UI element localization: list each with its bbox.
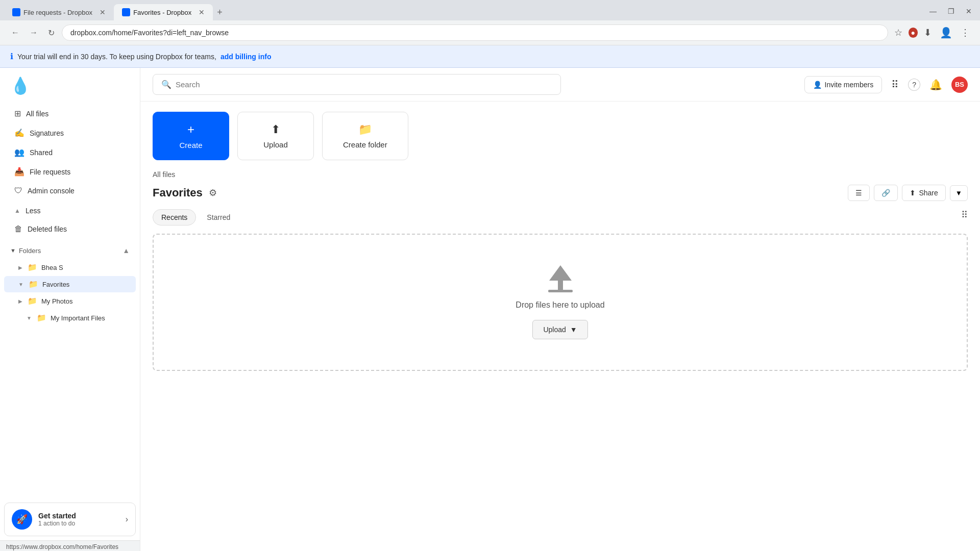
tab-starred[interactable]: Starred: [198, 209, 239, 226]
browser-chrome: File requests - Dropbox ✕ Favorites - Dr…: [0, 0, 980, 45]
admin-console-label: Admin console: [28, 187, 75, 195]
invite-label: Invite members: [825, 81, 874, 89]
sidebar-item-signatures[interactable]: ✍ Signatures: [4, 123, 136, 142]
nav-actions: ☆ ● ⬇ 👤 ⋮: [892, 24, 972, 41]
invite-members-button[interactable]: 👤 Invite members: [804, 76, 883, 93]
page-header: Favorites ⚙ ☰ 🔗 ⬆ Share ▼: [153, 185, 968, 201]
upload-btn-label: Upload: [543, 325, 566, 334]
sidebar-item-all-files[interactable]: ⊞ All files: [4, 104, 136, 123]
create-card[interactable]: + Create: [153, 112, 229, 160]
sidebar-folder-bhea-s[interactable]: ▶ 📁 Bhea S: [4, 259, 136, 276]
tab-file-requests[interactable]: File requests - Dropbox ✕: [4, 4, 114, 20]
action-cards: + Create ⬆ Upload 📁 Create folder: [153, 112, 968, 160]
header-actions: ☰ 🔗 ⬆ Share ▼: [848, 185, 968, 201]
sidebar-folder-favorites[interactable]: ▼ 📁 Favorites: [4, 276, 136, 292]
status-bar: https://www.dropbox.com/home/Favorites: [0, 540, 140, 551]
link-button[interactable]: 🔗: [874, 185, 898, 201]
file-requests-icon: 📥: [14, 167, 24, 177]
tab-close-2[interactable]: ✕: [199, 8, 205, 16]
sidebar-item-file-requests[interactable]: 📥 File requests: [4, 162, 136, 181]
my-important-chevron-icon: ▼: [27, 315, 32, 321]
starred-tab-label: Starred: [207, 213, 230, 221]
sidebar-logo: 💧: [0, 68, 140, 104]
recents-tab-label: Recents: [161, 213, 187, 221]
all-files-label: All files: [26, 110, 48, 118]
list-view-icon: ☰: [855, 189, 862, 197]
folders-chevron-icon: ▼: [10, 247, 16, 254]
my-important-folder-icon: 📁: [37, 313, 46, 322]
menu-icon[interactable]: ⋮: [959, 25, 972, 40]
invite-icon: 👤: [813, 81, 822, 89]
get-started-text: Get started 1 action to do: [38, 512, 119, 527]
content-tabs: Recents Starred ⠿: [153, 209, 968, 226]
top-bar: 🔍 👤 Invite members ⠿ ? 🔔 BS: [140, 68, 980, 102]
get-started-widget[interactable]: 🚀 Get started 1 action to do ›: [4, 503, 136, 536]
search-input[interactable]: [176, 80, 552, 89]
tab-label-1: File requests - Dropbox: [23, 9, 92, 16]
content-area: + Create ⬆ Upload 📁 Create folder All fi…: [140, 102, 980, 551]
sidebar: 💧 ⊞ All files ✍ Signatures 👥 Shared 📥 Fi…: [0, 68, 140, 551]
share-dropdown-button[interactable]: ▼: [950, 185, 968, 201]
trial-message: Your trial will end in 30 days. To keep …: [17, 53, 216, 61]
folders-section: ▼ Folders ▲ ▶ 📁 Bhea S ▼ 📁 Favorites ▶ 📁: [0, 242, 140, 326]
share-button[interactable]: ⬆ Share: [902, 185, 945, 201]
drop-zone-upload-button[interactable]: Upload ▼: [532, 320, 587, 339]
tab-favorites[interactable]: Favorites - Dropbox ✕: [114, 4, 213, 20]
tab-favicon-2: [122, 8, 130, 16]
grid-apps-icon[interactable]: ⠿: [888, 76, 902, 94]
info-icon: ℹ: [10, 52, 13, 61]
folder-settings-icon[interactable]: ⚙: [209, 187, 217, 198]
forward-button[interactable]: →: [27, 26, 41, 39]
list-view-button[interactable]: ☰: [848, 185, 870, 201]
minimize-button[interactable]: —: [925, 6, 941, 16]
my-photos-label: My Photos: [41, 297, 72, 305]
new-tab-button[interactable]: +: [213, 5, 227, 20]
upload-label: Upload: [263, 140, 288, 149]
tab-label-2: Favorites - Dropbox: [133, 9, 191, 16]
sidebar-item-shared[interactable]: 👥 Shared: [4, 143, 136, 162]
search-bar-container: 🔍: [153, 74, 561, 95]
tab-close-1[interactable]: ✕: [100, 8, 106, 16]
share-icon: ⬆: [910, 189, 916, 197]
reload-button[interactable]: ↻: [45, 26, 58, 40]
sidebar-folder-my-important-files[interactable]: ▼ 📁 My Important Files: [4, 310, 136, 326]
url-bar[interactable]: [62, 24, 888, 41]
breadcrumb-all-files[interactable]: All files: [153, 170, 175, 179]
create-plus-icon: +: [187, 122, 194, 137]
bookmark-icon[interactable]: ☆: [892, 25, 904, 40]
drop-zone-text: Drop files here to upload: [516, 300, 604, 310]
main-content: 🔍 👤 Invite members ⠿ ? 🔔 BS: [140, 68, 980, 551]
extensions-icon[interactable]: ●: [909, 28, 918, 38]
tab-favicon-1: [12, 8, 20, 16]
notifications-icon[interactable]: 🔔: [926, 76, 945, 94]
help-icon[interactable]: ?: [908, 79, 920, 91]
trash-icon: 🗑: [14, 224, 22, 234]
sidebar-folder-my-photos[interactable]: ▶ 📁 My Photos: [4, 293, 136, 309]
folders-scroll-up[interactable]: ▲: [122, 246, 130, 255]
profiles-icon[interactable]: 👤: [938, 24, 954, 41]
back-button[interactable]: ←: [8, 26, 22, 39]
tab-recents[interactable]: Recents: [153, 209, 196, 226]
shared-icon: 👥: [14, 147, 24, 157]
grid-view-toggle[interactable]: ⠿: [961, 209, 968, 226]
get-started-title: Get started: [38, 512, 119, 520]
downloads-icon[interactable]: ⬇: [922, 25, 934, 40]
drop-zone[interactable]: Drop files here to upload Upload ▼: [153, 234, 968, 371]
sidebar-item-less[interactable]: ▲ Less: [4, 202, 136, 219]
folders-section-header[interactable]: ▼ Folders ▲: [0, 242, 140, 259]
link-icon: 🔗: [881, 189, 890, 197]
sidebar-item-admin-console[interactable]: 🛡 Admin console: [4, 182, 136, 200]
folders-label: Folders: [19, 247, 41, 255]
sidebar-item-deleted-files[interactable]: 🗑 Deleted files: [4, 220, 136, 238]
dropbox-logo[interactable]: 💧: [10, 77, 31, 95]
upload-card[interactable]: ⬆ Upload: [237, 112, 314, 160]
trial-banner: ℹ Your trial will end in 30 days. To kee…: [0, 45, 980, 68]
close-window-button[interactable]: ✕: [962, 6, 976, 16]
upload-arrow-icon: ⬆: [271, 123, 280, 136]
signatures-icon: ✍: [14, 128, 24, 138]
upload-btn-chevron-icon: ▼: [570, 325, 577, 334]
maximize-button[interactable]: ❐: [944, 6, 959, 16]
avatar[interactable]: BS: [951, 77, 968, 93]
add-billing-link[interactable]: add billing info: [220, 53, 272, 61]
create-folder-card[interactable]: 📁 Create folder: [322, 112, 408, 160]
